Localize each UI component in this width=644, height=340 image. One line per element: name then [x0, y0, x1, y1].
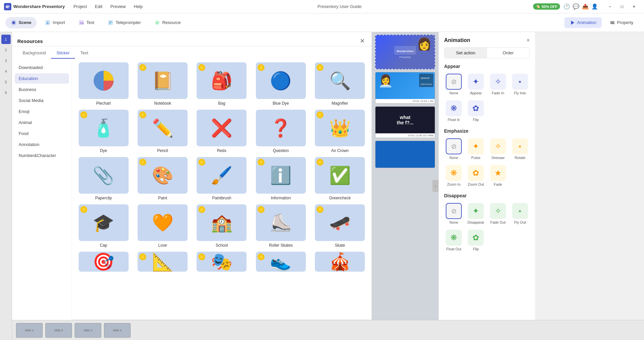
- slide-3-preview[interactable]: whatthe f?... 07/31 12:06 107.4MB: [375, 106, 435, 138]
- cat-animal[interactable]: Animal: [15, 117, 69, 128]
- sticker-paperclip[interactable]: 📎 Paperclip: [76, 157, 131, 200]
- cat-business[interactable]: Business: [15, 84, 69, 95]
- comment-icon[interactable]: 💬: [573, 3, 579, 10]
- cat-education[interactable]: Education: [15, 73, 69, 84]
- panel-close-button[interactable]: ✕: [358, 36, 366, 46]
- bottom-thumb-2[interactable]: slide 2: [45, 323, 72, 338]
- sticker-pencil[interactable]: ⭐ ✏️ Pencil: [135, 110, 190, 153]
- sticker-love[interactable]: 🧡 Love: [135, 204, 190, 248]
- promo-badge[interactable]: 🏷️ 50% OFF: [533, 3, 560, 10]
- scene-number-1[interactable]: 1: [1, 35, 11, 44]
- disappear-flip[interactable]: ✿ Flip: [466, 228, 485, 252]
- slide-4-preview[interactable]: [375, 141, 435, 168]
- disappear-fly-out[interactable]: ⋆ Fly Out: [510, 202, 530, 226]
- bottom-thumb-1[interactable]: slide 1: [16, 323, 43, 338]
- bottom-thumb-3[interactable]: slide 3: [75, 323, 101, 338]
- emphasize-none[interactable]: ⊘ None: [444, 137, 463, 161]
- disappear-disappear[interactable]: ✦ Disappear: [466, 202, 485, 226]
- appear-fly-into[interactable]: ⋆ Fly Into: [510, 72, 530, 96]
- emphasize-rotate-icon: ⋆: [512, 138, 528, 154]
- nav-preview[interactable]: Preview: [107, 3, 129, 10]
- sticker-extra-1[interactable]: 🎯: [76, 252, 131, 272]
- animation-panel-close[interactable]: ×: [527, 37, 530, 43]
- main-slide-preview[interactable]: Wondershare Presentory 👩: [375, 35, 435, 69]
- cat-emoji[interactable]: Emoji: [15, 106, 69, 117]
- sticker-skate[interactable]: ⭐ 🛹 Skate: [313, 204, 367, 248]
- minimize-button[interactable]: −: [604, 2, 616, 11]
- cat-annotation[interactable]: Annotation: [15, 139, 69, 150]
- sticker-crown[interactable]: ⭐ 👑 An Crown: [313, 110, 367, 153]
- sticker-bag[interactable]: ⭐ 🎒 Bag: [194, 62, 249, 106]
- tab-sticker[interactable]: Sticker: [51, 48, 75, 59]
- sticker-cap[interactable]: ⭐ 🎓 Cap: [76, 204, 131, 248]
- animation-button[interactable]: Animation: [564, 17, 602, 28]
- disappear-fade-out[interactable]: ✧ Fade Out: [488, 202, 508, 226]
- sticker-piechart[interactable]: Piechart: [76, 62, 131, 106]
- nav-edit[interactable]: Edit: [92, 3, 106, 10]
- sticker-information[interactable]: ⭐ ℹ️ Information: [253, 157, 308, 200]
- sticker-extra-4[interactable]: ⭐ 👟: [253, 252, 308, 272]
- import-button[interactable]: Import: [39, 17, 70, 28]
- sticker-redx[interactable]: ❌ Redx: [194, 110, 249, 153]
- nav-project[interactable]: Project: [70, 3, 90, 10]
- appear-float-in-icon: ❋: [446, 100, 462, 116]
- scene-number-2[interactable]: 2: [1, 45, 11, 55]
- premium-badge-extra2: ⭐: [139, 253, 146, 260]
- teleprompter-button[interactable]: Teleprompter: [102, 17, 146, 28]
- scene-number-6[interactable]: 6: [1, 88, 11, 97]
- user-icon[interactable]: 👤: [591, 3, 598, 10]
- sticker-dye[interactable]: ⭐ 🧴 Dye: [76, 110, 131, 153]
- sticker-magnifier[interactable]: ⭐ 🔍 Magnifier: [313, 62, 367, 106]
- sticker-greencheck[interactable]: ⭐ ✅ Greencheck: [313, 157, 367, 200]
- scene-number-4[interactable]: 4: [1, 67, 11, 76]
- scene-number-5[interactable]: 5: [1, 77, 11, 87]
- sticker-paint[interactable]: ⭐ 🎨 Paint: [135, 157, 190, 200]
- appear-flip[interactable]: ✿ Flip: [466, 99, 485, 123]
- sticker-paintbrush[interactable]: ⭐ 🖌️ Paintbrush: [194, 157, 249, 200]
- sticker-notebook[interactable]: ⭐ 📔 Notebook: [135, 62, 190, 106]
- sticker-extra-5[interactable]: 🎪: [313, 252, 367, 272]
- sticker-blue-dye[interactable]: ⭐ 🔵 Blue Dye: [253, 62, 308, 106]
- sticker-school-label: School: [216, 243, 228, 248]
- emphasize-seesaw[interactable]: ✧ Seesaw: [488, 137, 508, 161]
- close-button[interactable]: ×: [628, 2, 640, 11]
- sticker-school[interactable]: ⭐ 🏫 School: [194, 204, 249, 248]
- emphasize-zoom-out[interactable]: ✿ Zoom Out: [466, 164, 485, 188]
- tab-text[interactable]: Text: [75, 48, 94, 59]
- resource-button[interactable]: Resource: [149, 17, 186, 28]
- appear-none[interactable]: ⊘ None: [444, 72, 463, 96]
- text-button[interactable]: Aa Text: [73, 17, 100, 28]
- appear-fade-in[interactable]: ✧ Fade In: [488, 72, 508, 96]
- cat-food[interactable]: Food: [15, 128, 69, 139]
- appear-float-in[interactable]: ❋ Float In: [444, 99, 463, 123]
- sticker-extra-3[interactable]: ⭐ 🎭: [194, 252, 249, 272]
- cat-number-char[interactable]: Number&Character: [15, 150, 69, 161]
- sticker-question[interactable]: ❓ Question: [253, 110, 308, 153]
- tab-order[interactable]: Order: [487, 48, 530, 58]
- appear-appear[interactable]: ✦ Appear: [466, 72, 485, 96]
- bottom-thumb-4[interactable]: slide 4: [104, 323, 131, 338]
- cat-downloaded[interactable]: Downloaded: [15, 62, 69, 73]
- emphasize-fade[interactable]: ★ Fade: [488, 164, 508, 188]
- tab-background[interactable]: Background: [17, 48, 51, 59]
- emphasize-zoom-in[interactable]: ❋ Zoom In: [444, 164, 463, 188]
- nav-help[interactable]: Help: [131, 3, 146, 10]
- sticker-roller-skates[interactable]: ⭐ ⛸️ Roller Skates: [253, 204, 308, 248]
- maximize-button[interactable]: □: [616, 2, 628, 11]
- appear-flip-label: Flip: [473, 118, 479, 122]
- share-icon[interactable]: 📤: [582, 3, 589, 10]
- emphasize-rotate[interactable]: ⋆ Rotate: [510, 137, 530, 161]
- emphasize-pulse[interactable]: ✦ Pulse: [466, 137, 485, 161]
- cat-social-media[interactable]: Social Media: [15, 95, 69, 106]
- sticker-extra-2[interactable]: ⭐ 📐: [135, 252, 190, 272]
- scene-button[interactable]: Scene: [5, 17, 37, 28]
- scene-number-3[interactable]: 3: [1, 56, 11, 65]
- slide-2-preview[interactable]: 👩‍💼 SENIOR PORTFOLIO 07/31 12:09 1.2M: [375, 72, 435, 104]
- tab-set-action[interactable]: Set action: [444, 48, 487, 58]
- clock-icon[interactable]: 🕐: [563, 3, 570, 10]
- disappear-float-out[interactable]: ❋ Float Out: [444, 228, 463, 252]
- preview-chevron-right[interactable]: ›: [432, 180, 438, 192]
- premium-badge-paintbrush: ⭐: [198, 159, 205, 165]
- property-button[interactable]: Property: [604, 17, 639, 28]
- disappear-none[interactable]: ⊘ None: [444, 202, 463, 226]
